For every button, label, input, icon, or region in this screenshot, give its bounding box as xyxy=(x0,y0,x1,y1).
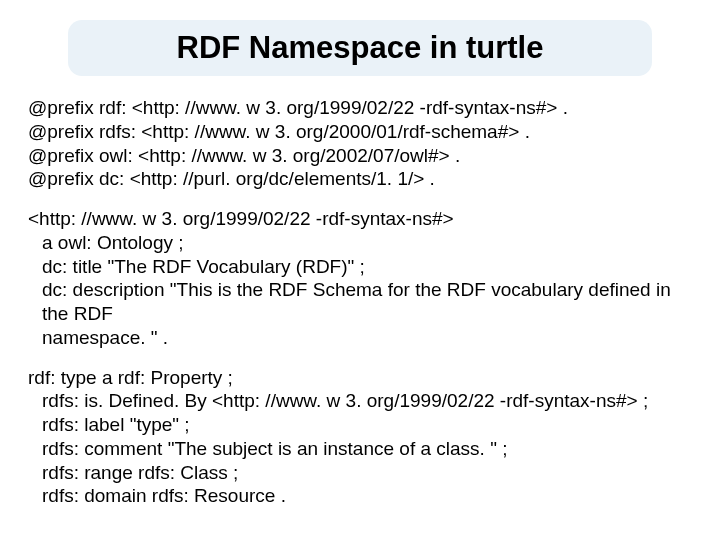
code-line: @prefix dc: <http: //purl. org/dc/elemen… xyxy=(28,167,692,191)
code-line: @prefix rdfs: <http: //www. w 3. org/200… xyxy=(28,120,692,144)
code-line: <http: //www. w 3. org/1999/02/22 -rdf-s… xyxy=(28,207,692,231)
title-box: RDF Namespace in turtle xyxy=(68,20,652,76)
code-line: @prefix owl: <http: //www. w 3. org/2002… xyxy=(28,144,692,168)
ontology-block: <http: //www. w 3. org/1999/02/22 -rdf-s… xyxy=(28,207,692,350)
slide-title: RDF Namespace in turtle xyxy=(90,30,630,66)
code-line: rdfs: comment "The subject is an instanc… xyxy=(28,437,692,461)
code-line: @prefix rdf: <http: //www. w 3. org/1999… xyxy=(28,96,692,120)
code-line: rdf: type a rdf: Property ; xyxy=(28,366,692,390)
code-line: dc: description "This is the RDF Schema … xyxy=(28,278,692,326)
prefix-block: @prefix rdf: <http: //www. w 3. org/1999… xyxy=(28,96,692,191)
property-block: rdf: type a rdf: Property ; rdfs: is. De… xyxy=(28,366,692,509)
code-line: namespace. " . xyxy=(28,326,692,350)
code-line: rdfs: range rdfs: Class ; xyxy=(28,461,692,485)
slide: RDF Namespace in turtle @prefix rdf: <ht… xyxy=(0,0,720,540)
code-line: a owl: Ontology ; xyxy=(28,231,692,255)
code-line: rdfs: label "type" ; xyxy=(28,413,692,437)
code-line: dc: title "The RDF Vocabulary (RDF)" ; xyxy=(28,255,692,279)
code-line: rdfs: is. Defined. By <http: //www. w 3.… xyxy=(28,389,692,413)
code-line: rdfs: domain rdfs: Resource . xyxy=(28,484,692,508)
